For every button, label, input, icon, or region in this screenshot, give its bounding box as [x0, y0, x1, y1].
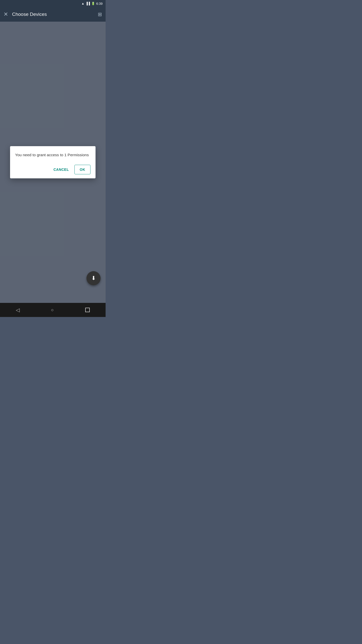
- home-button[interactable]: ○: [51, 307, 54, 313]
- grid-icon[interactable]: ⊞: [98, 11, 102, 17]
- battery-icon: 🔋: [91, 2, 95, 5]
- recents-button[interactable]: [85, 308, 90, 312]
- dialog-buttons: CANCEL OK: [15, 165, 90, 174]
- status-icons: ▲ ▐▐ 🔋 6:39: [81, 2, 103, 6]
- permission-dialog: You need to grant access to 1 Permission…: [10, 146, 96, 178]
- download-icon: ⬇: [91, 275, 96, 281]
- cancel-button[interactable]: CANCEL: [50, 165, 72, 174]
- dialog-message: You need to grant access to 1 Permission…: [15, 152, 90, 158]
- dialog-overlay: You need to grant access to 1 Permission…: [0, 22, 106, 303]
- status-time: 6:39: [96, 2, 103, 6]
- wifi-icon: ▲: [81, 2, 84, 5]
- back-button[interactable]: ◁: [16, 307, 20, 313]
- signal-icon: ▐▐: [86, 2, 90, 5]
- app-bar: ✕ Choose Devices ⊞: [0, 7, 106, 22]
- close-button[interactable]: ✕: [4, 11, 8, 18]
- page-title: Choose Devices: [12, 12, 94, 17]
- main-content: You need to grant access to 1 Permission…: [0, 22, 106, 303]
- status-bar: ▲ ▐▐ 🔋 6:39: [0, 0, 106, 7]
- navigation-bar: ◁ ○: [0, 303, 106, 317]
- ok-button[interactable]: OK: [74, 165, 90, 174]
- download-fab[interactable]: ⬇: [86, 271, 101, 285]
